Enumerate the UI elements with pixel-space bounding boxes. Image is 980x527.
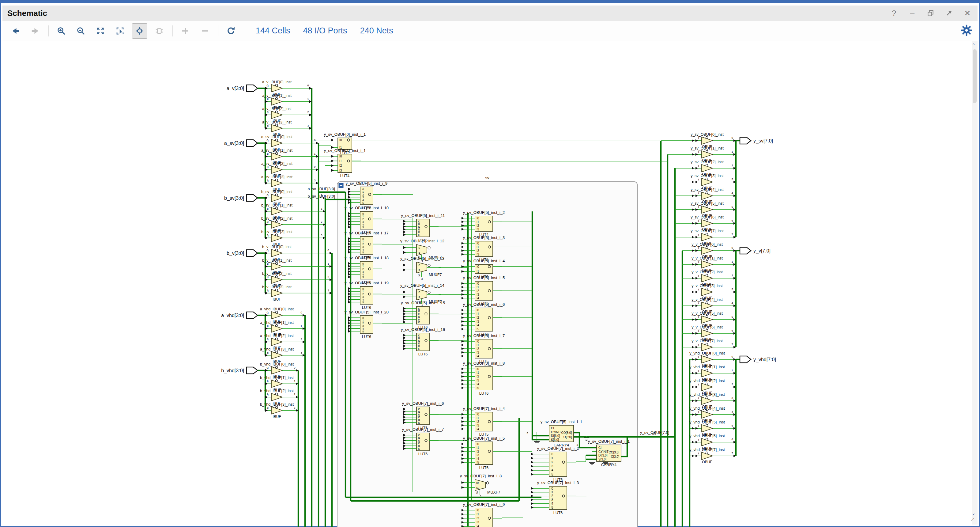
scroll-down-icon[interactable]: ⌄ (971, 511, 976, 515)
toolbar: 144 Cells48 I/O Ports240 Nets (2, 21, 978, 41)
svg-text:1: 1 (731, 260, 733, 263)
svg-text:I: I (698, 150, 699, 153)
svg-text:6: 6 (731, 219, 733, 222)
zoom-out-button[interactable] (73, 23, 89, 38)
svg-text:y_sv_OBUF[7]_inst_i_6: y_sv_OBUF[7]_inst_i_6 (402, 401, 444, 406)
svg-text:I5: I5 (362, 226, 364, 229)
back-button[interactable] (8, 23, 23, 38)
minimize-button[interactable]: – (908, 9, 917, 18)
svg-text:3: 3 (266, 234, 268, 237)
svg-text:y_sv_OBUF[5]_inst_i_14: y_sv_OBUF[5]_inst_i_14 (400, 283, 444, 288)
svg-text:CARRY4: CARRY4 (601, 463, 617, 467)
svg-text:I5: I5 (362, 330, 364, 333)
svg-text:y_sv_OBUF[2]_inst: y_sv_OBUF[2]_inst (690, 160, 724, 164)
svg-text:I2: I2 (477, 420, 479, 424)
collapse-button[interactable] (197, 23, 213, 38)
svg-text:I0: I0 (477, 367, 479, 371)
svg-text:4: 4 (731, 301, 733, 304)
settings-gear-icon[interactable] (960, 24, 974, 38)
svg-text:CI: CI (598, 446, 601, 449)
zoom-fit-button[interactable] (93, 23, 108, 38)
svg-text:S: S (476, 491, 478, 495)
svg-text:a_v_IBUF[0]_inst: a_v_IBUF[0]_inst (262, 80, 291, 84)
svg-text:I3: I3 (477, 351, 479, 354)
svg-text:y_v_OBUF[7]_inst: y_v_OBUF[7]_inst (692, 339, 723, 343)
svg-text:I0: I0 (418, 290, 420, 294)
svg-text:S[3:0]: S[3:0] (598, 458, 606, 461)
svg-text:I4: I4 (477, 355, 479, 358)
svg-text:y_sv_OBUF[5]_inst_i_9: y_sv_OBUF[5]_inst_i_9 (346, 181, 388, 186)
forward-button[interactable] (27, 23, 43, 38)
svg-text:I5: I5 (362, 276, 364, 279)
cells-layer[interactable]: Ia_v_IBUF[0]_instIBUFIa_v_IBUF[1]_instIB… (260, 80, 725, 527)
svg-text:b_sv_IBUF[0]_inst: b_sv_IBUF[0]_inst (261, 189, 293, 194)
svg-text:I2: I2 (477, 375, 479, 378)
svg-text:0: 0 (266, 249, 268, 252)
svg-text:y_vhd[7:0]: y_vhd[7:0] (753, 357, 776, 363)
maximize-button[interactable] (945, 9, 954, 18)
cell-y_sv_OBUF[1]_inst_i_1[interactable]: I0I1I2I3y_sv_OBUF[1]_inst_i_1LUT4 (324, 148, 366, 178)
svg-text:a_sv_IBUF[2]_inst: a_sv_IBUF[2]_inst (261, 161, 293, 166)
zoom-in-button[interactable] (54, 23, 69, 38)
svg-text:I0: I0 (418, 263, 420, 267)
svg-text:I2: I2 (477, 347, 479, 350)
port-a_vhd[3:0][interactable]: a_vhd[3:0]01230123 (221, 311, 305, 527)
svg-text:I: I (698, 247, 699, 250)
svg-text:1: 1 (266, 97, 268, 100)
svg-text:y_sv_OBUF[5]_inst_i_11: y_sv_OBUF[5]_inst_i_11 (401, 213, 445, 218)
svg-text:2: 2 (328, 275, 329, 279)
toolbar-link-1[interactable]: 48 I/O Ports (303, 26, 347, 35)
svg-text:I5: I5 (418, 421, 420, 424)
zoom-to-selection-button[interactable] (112, 23, 128, 38)
svg-text:I: I (698, 330, 699, 333)
toolbar-link-2[interactable]: 240 Nets (360, 26, 393, 35)
svg-text:1: 1 (266, 262, 268, 265)
svg-text:y_sv_OBUF[5]_inst_i_12: y_sv_OBUF[5]_inst_i_12 (400, 239, 444, 243)
svg-text:0: 0 (321, 194, 322, 197)
schematic-canvas[interactable]: svmultiplier_sva_sv_IBUF[3:0]b_sv_IBUF[3… (2, 41, 978, 525)
svg-text:0: 0 (731, 355, 733, 358)
svg-text:1: 1 (266, 152, 268, 155)
vertical-scrollbar[interactable]: ⌃ ⌄ ⤢ (972, 41, 978, 525)
svg-text:y_sv_OBUF[5]_inst_i_10: y_sv_OBUF[5]_inst_i_10 (345, 205, 389, 210)
svg-text:I1: I1 (477, 446, 479, 449)
show-cell-button[interactable] (151, 23, 167, 38)
svg-text:y_v_OBUF[0]_inst: y_v_OBUF[0]_inst (692, 242, 723, 247)
toolbar-link-0[interactable]: 144 Cells (256, 26, 290, 35)
autofit-selection-button[interactable] (132, 23, 147, 38)
svg-text:y_sv_OBUF[0]_inst: y_sv_OBUF[0]_inst (690, 132, 724, 137)
svg-text:LUT6: LUT6 (418, 352, 428, 356)
title-bar: Schematic ?–✕ (2, 5, 978, 21)
schematic-svg[interactable]: svmultiplier_sva_sv_IBUF[3:0]b_sv_IBUF[3… (2, 41, 980, 527)
svg-text:I4: I4 (477, 457, 479, 460)
svg-text:0: 0 (314, 139, 315, 142)
close-button[interactable]: ✕ (963, 9, 972, 18)
svg-text:DI[3:0]: DI[3:0] (598, 454, 608, 457)
svg-text:I0: I0 (477, 309, 479, 312)
svg-text:I0: I0 (477, 242, 479, 245)
svg-text:y_v[7:0]: y_v[7:0] (753, 248, 770, 254)
float-button[interactable] (926, 9, 935, 18)
svg-text:1: 1 (294, 380, 295, 383)
svg-text:b_sv_IBUF[1]_inst: b_sv_IBUF[1]_inst (261, 203, 293, 207)
svg-text:I: I (698, 411, 699, 414)
svg-text:b_v_IBUF[0]_inst: b_v_IBUF[0]_inst (262, 245, 291, 249)
collapse-module-button[interactable] (339, 183, 343, 188)
svg-text:MUXF7: MUXF7 (487, 490, 500, 495)
svg-text:y_sv_OBUF[5]_inst_i_6: y_sv_OBUF[5]_inst_i_6 (463, 302, 505, 307)
svg-text:CO[3:0]: CO[3:0] (609, 451, 620, 454)
scrollbar-thumb[interactable] (973, 49, 977, 103)
svg-text:y_v_OBUF[5]_inst: y_v_OBUF[5]_inst (692, 311, 723, 315)
regenerate-button[interactable] (223, 23, 239, 38)
svg-text:I0: I0 (339, 139, 342, 142)
svg-text:3: 3 (328, 289, 329, 292)
svg-text:I: I (698, 220, 699, 223)
svg-text:LUT6: LUT6 (479, 391, 489, 396)
svg-text:b_sv_IBUF[3]_inst: b_sv_IBUF[3]_inst (261, 230, 293, 234)
expand-button[interactable] (178, 23, 193, 38)
help-button[interactable]: ? (889, 9, 899, 18)
scroll-up-icon[interactable]: ⌃ (971, 43, 976, 48)
resize-corner-icon[interactable]: ⤢ (971, 517, 976, 522)
svg-text:I5: I5 (418, 447, 420, 451)
svg-text:y_sv_OBUF[7]_inst_i_3: y_sv_OBUF[7]_inst_i_3 (537, 481, 579, 485)
